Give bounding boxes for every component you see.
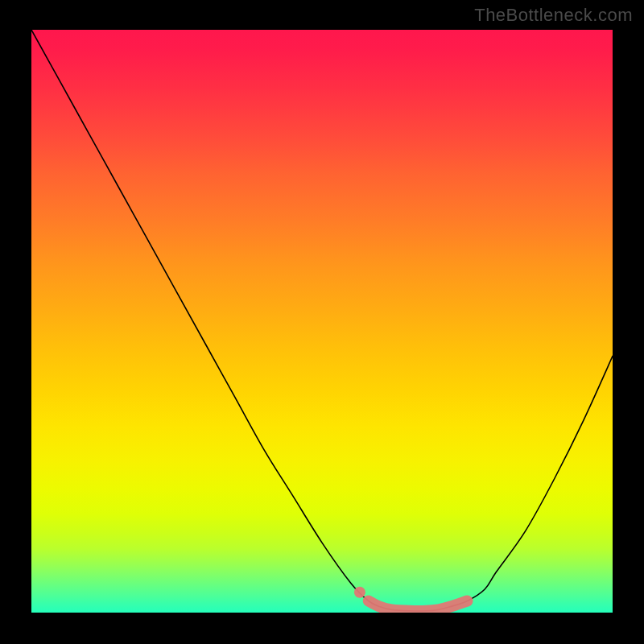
y-axis-tick (26, 262, 31, 263)
y-axis-tick (26, 379, 31, 380)
watermark-label: TheBottleneck.com (474, 5, 633, 26)
x-axis-tick (147, 613, 148, 618)
chart-plot-area (31, 30, 613, 613)
x-axis-tick (379, 613, 380, 618)
x-axis-tick (496, 613, 497, 618)
x-axis-tick (612, 613, 613, 618)
x-axis-tick (264, 613, 265, 618)
y-axis-tick (26, 496, 31, 497)
y-axis-tick (26, 612, 31, 613)
x-axis-tick (31, 613, 32, 618)
y-axis-tick (26, 30, 31, 31)
y-axis-tick (26, 146, 31, 147)
